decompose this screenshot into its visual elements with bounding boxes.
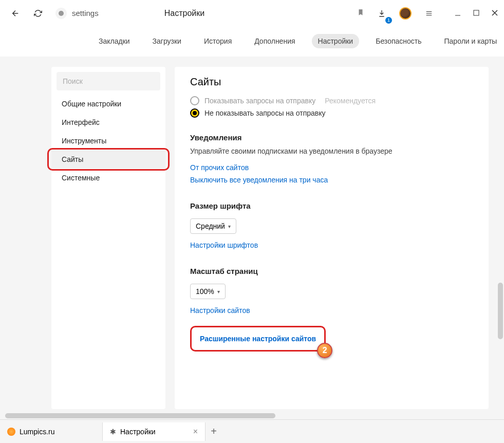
sidebar-item-general[interactable]: Общие настройки — [51, 95, 165, 113]
section-heading: Масштаб страниц — [190, 267, 473, 275]
radio-icon — [190, 108, 199, 118]
link-disable-notifications[interactable]: Выключить все уведомления на три часа — [190, 176, 328, 184]
link-font-settings[interactable]: Настройки шрифтов — [190, 241, 258, 249]
vertical-scrollbar[interactable] — [497, 57, 504, 412]
browser-tab-lumpics[interactable]: Lumpics.ru — [0, 422, 103, 441]
radio-label: Не показывать запросы на отправку — [204, 109, 326, 117]
tab-label: Lumpics.ru — [20, 428, 54, 436]
sidebar-item-tools[interactable]: Инструменты — [51, 132, 165, 150]
favicon-icon — [7, 428, 15, 436]
link-other-sites[interactable]: От прочих сайтов — [190, 163, 249, 172]
menu-button[interactable] — [420, 4, 438, 23]
search-input[interactable]: Поиск — [57, 72, 160, 90]
scrollbar-thumb[interactable] — [5, 413, 275, 418]
settings-main-panel: Сайты Показывать запросы на отправку Рек… — [175, 67, 489, 409]
select-value: 100% — [196, 287, 214, 296]
settings-nav: Закладки Загрузки История Дополнения Нас… — [0, 27, 504, 56]
tab-label: Настройки — [120, 428, 156, 436]
section-title: Сайты — [190, 76, 473, 88]
reload-button[interactable] — [29, 4, 47, 23]
back-button[interactable] — [6, 4, 25, 23]
sidebar-item-system[interactable]: Системные — [51, 169, 165, 187]
profile-avatar[interactable] — [399, 7, 412, 20]
nav-tab-extensions[interactable]: Дополнения — [248, 34, 301, 48]
close-tab-icon[interactable]: × — [193, 427, 198, 436]
browser-tab-settings[interactable]: ✱ Настройки × — [103, 422, 206, 441]
bookmark-icon[interactable] — [357, 8, 364, 18]
maximize-button[interactable] — [473, 9, 479, 17]
downloads-button[interactable]: 1 — [372, 4, 391, 23]
svg-rect-1 — [474, 10, 479, 15]
nav-tab-bookmarks[interactable]: Закладки — [92, 34, 136, 48]
scrollbar-thumb[interactable] — [498, 283, 503, 339]
settings-sidebar: Поиск Общие настройки Интерфейс Инструме… — [51, 67, 165, 409]
nav-tab-settings[interactable]: Настройки — [312, 34, 360, 48]
nav-tab-history[interactable]: История — [198, 34, 238, 48]
download-badge: 1 — [385, 17, 392, 24]
window-controls — [455, 9, 498, 17]
close-button[interactable] — [492, 9, 498, 17]
sidebar-item-sites[interactable]: Сайты 1 — [51, 150, 165, 169]
horizontal-scrollbar[interactable] — [5, 412, 497, 419]
site-icon — [55, 8, 67, 19]
sidebar-item-interface[interactable]: Интерфейс — [51, 113, 165, 132]
address-bar[interactable]: settings — [55, 8, 99, 19]
content-area: Поиск Общие настройки Интерфейс Инструме… — [0, 57, 504, 419]
url-text: settings — [72, 9, 99, 17]
gear-icon: ✱ — [110, 428, 116, 436]
radio-label: Показывать запросы на отправку — [204, 97, 315, 105]
browser-toolbar: settings Настройки 1 — [0, 0, 504, 27]
select-value: Средний — [196, 222, 225, 230]
page-title: Настройки — [164, 9, 204, 18]
radio-icon — [190, 96, 199, 105]
new-tab-button[interactable]: + — [206, 423, 222, 440]
annotation-badge-2: 2 — [317, 343, 332, 358]
section-heading: Размер шрифта — [190, 201, 473, 210]
radio-hint: Рекомендуется — [325, 97, 376, 105]
link-site-settings[interactable]: Настройки сайтов — [190, 306, 250, 315]
section-page-scale: Масштаб страниц 100% ▾ Настройки сайтов — [190, 267, 473, 317]
chevron-down-icon: ▾ — [217, 289, 220, 294]
section-description: Управляйте своими подписками на уведомле… — [190, 147, 473, 155]
font-size-select[interactable]: Средний ▾ — [190, 218, 236, 234]
nav-tab-downloads[interactable]: Загрузки — [146, 34, 188, 48]
nav-tab-security[interactable]: Безопасность — [369, 34, 427, 48]
sidebar-item-label: Сайты — [62, 155, 83, 163]
minimize-button[interactable] — [455, 9, 461, 17]
search-placeholder: Поиск — [63, 77, 83, 85]
svg-point-0 — [59, 11, 64, 16]
link-advanced-site-settings[interactable]: Расширенные настройки сайтов — [200, 335, 316, 343]
nav-tab-passwords[interactable]: Пароли и карты — [438, 34, 503, 48]
chevron-down-icon: ▾ — [228, 224, 231, 229]
page-scale-select[interactable]: 100% ▾ — [190, 284, 226, 299]
radio-hide-requests[interactable]: Не показывать запросы на отправку — [190, 108, 473, 118]
section-heading: Уведомления — [190, 133, 473, 142]
annotation-highlight: Расширенные настройки сайтов 2 — [190, 326, 326, 352]
radio-show-requests[interactable]: Показывать запросы на отправку Рекоменду… — [190, 96, 473, 105]
tab-strip: Lumpics.ru ✱ Настройки × + — [0, 419, 504, 443]
section-font-size: Размер шрифта Средний ▾ Настройки шрифто… — [190, 201, 473, 251]
section-notifications: Уведомления Управляйте своими подписками… — [190, 133, 473, 186]
